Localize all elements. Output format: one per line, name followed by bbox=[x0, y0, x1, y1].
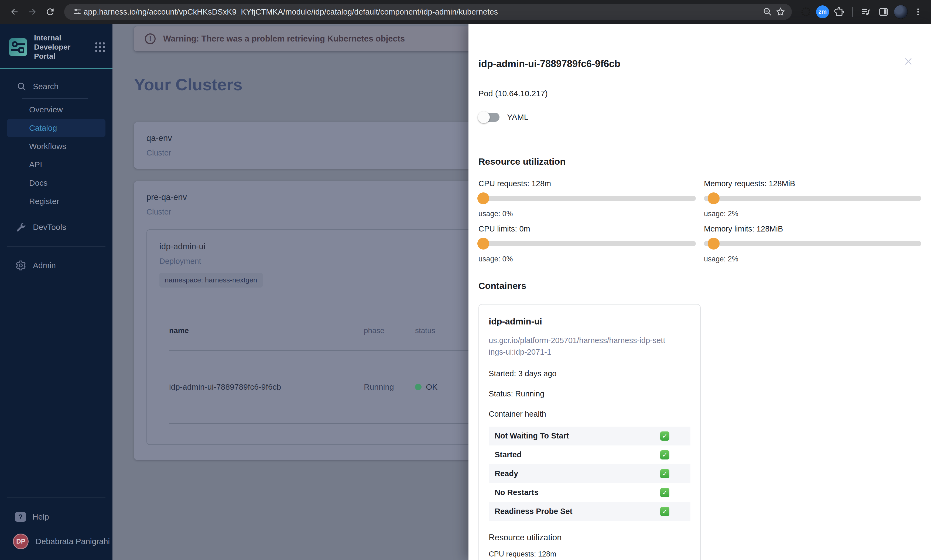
check-label: Ready bbox=[495, 469, 660, 478]
sidebar-item-label: Overview bbox=[29, 105, 63, 114]
deployment-card: idp-admin-ui Deployment namespace: harne… bbox=[146, 229, 469, 445]
user-name: Debabrata Panigrahi bbox=[35, 537, 110, 546]
media-controls-icon[interactable] bbox=[858, 4, 873, 19]
bookmark-star-icon[interactable] bbox=[774, 5, 787, 18]
cluster-card-qa-env[interactable]: qa-env Cluster bbox=[134, 122, 469, 169]
sidebar-item-search[interactable]: Search bbox=[16, 81, 113, 92]
zoom-out-icon[interactable] bbox=[761, 5, 774, 18]
bar-label: CPU requests: 128m bbox=[489, 550, 691, 558]
meter-label: Memory requests: 128MiB bbox=[704, 179, 921, 188]
container-started: Started: 3 days ago bbox=[489, 369, 691, 378]
sidebar-item-label: Docs bbox=[29, 178, 48, 188]
pod-subtitle: Pod (10.64.10.217) bbox=[478, 89, 920, 98]
check-ok-icon: ✓ bbox=[660, 488, 669, 497]
forward-icon[interactable] bbox=[25, 4, 40, 19]
health-check-row: Readiness Probe Set ✓ bbox=[489, 502, 691, 521]
reload-icon[interactable] bbox=[43, 4, 58, 19]
meter-memory-limits: Memory limits: 128MiB usage: 2% bbox=[704, 225, 921, 263]
meter-usage: usage: 0% bbox=[478, 210, 696, 218]
sidebar-item-devtools[interactable]: DevTools bbox=[0, 217, 113, 237]
back-icon[interactable] bbox=[7, 4, 22, 19]
column-header-name[interactable]: name bbox=[169, 326, 364, 335]
health-check-row: Not Waiting To Start ✓ bbox=[489, 426, 691, 445]
extension-spinner-icon[interactable] bbox=[798, 4, 814, 19]
warning-icon: ! bbox=[145, 34, 156, 44]
sidebar-item-docs[interactable]: Docs bbox=[0, 174, 113, 192]
slider-knob bbox=[477, 192, 489, 204]
brand-title: Internal Developer Portal bbox=[34, 34, 88, 61]
sidebar-item-label: DevTools bbox=[33, 223, 66, 232]
sidebar-item-overview[interactable]: Overview bbox=[0, 100, 113, 119]
sidebar-divider bbox=[7, 497, 105, 498]
cluster-name: pre-qa-env bbox=[146, 192, 469, 202]
browser-profile-avatar[interactable] bbox=[894, 5, 908, 19]
apps-grid-icon[interactable] bbox=[95, 42, 105, 52]
check-ok-icon: ✓ bbox=[660, 450, 669, 460]
namespace-chip: namespace: harness-nextgen bbox=[159, 273, 263, 288]
screen: app.harness.io/ng/account/vpCkHKsDSxK9_K… bbox=[0, 0, 931, 560]
browser-menu-kebab-icon[interactable] bbox=[911, 4, 926, 19]
meter-slider bbox=[704, 192, 921, 205]
column-header-phase[interactable]: phase bbox=[364, 326, 415, 335]
sidebar-divider bbox=[7, 246, 105, 246]
container-health-checks: Not Waiting To Start ✓ Started ✓ Ready ✓… bbox=[489, 426, 691, 521]
brand: Internal Developer Portal bbox=[9, 34, 105, 61]
zoom-extension-icon[interactable]: zm bbox=[816, 5, 829, 18]
check-label: No Restarts bbox=[495, 488, 660, 497]
meter-usage: usage: 2% bbox=[704, 255, 921, 263]
sidebar-item-label: Admin bbox=[33, 261, 56, 270]
slider-knob bbox=[708, 192, 720, 204]
cluster-card-pre-qa-env[interactable]: pre-qa-env Cluster idp-admin-ui Deployme… bbox=[134, 181, 469, 460]
meter-cpu-limits: CPU limits: 0m usage: 0% bbox=[478, 225, 696, 263]
meter-usage: usage: 2% bbox=[704, 210, 921, 218]
container-name: idp-admin-ui bbox=[489, 316, 691, 327]
site-settings-icon[interactable] bbox=[71, 5, 83, 18]
check-ok-icon: ✓ bbox=[660, 507, 669, 516]
meter-usage: usage: 0% bbox=[478, 255, 696, 263]
meter-slider bbox=[478, 237, 696, 250]
toolbar-divider bbox=[852, 7, 853, 17]
health-check-row: Started ✓ bbox=[489, 445, 691, 464]
sidebar-item-help[interactable]: ? Help bbox=[0, 507, 113, 526]
health-check-row: Ready ✓ bbox=[489, 464, 691, 483]
sidebar-item-workflows[interactable]: Workflows bbox=[0, 137, 113, 155]
meter-label: CPU requests: 128m bbox=[478, 179, 696, 188]
warning-banner[interactable]: ! Warning: There was a problem retrievin… bbox=[134, 26, 469, 51]
table-row[interactable]: idp-admin-ui-7889789fc6-9f6cb Running OK bbox=[169, 351, 469, 423]
sidebar-item-label: API bbox=[29, 160, 42, 169]
meter-label: Memory limits: 128MiB bbox=[704, 225, 921, 233]
sidebar-user[interactable]: DP Debabrata Panigrahi bbox=[0, 526, 113, 560]
table-header: name phase status bbox=[169, 320, 469, 350]
column-header-status[interactable]: status bbox=[415, 326, 469, 335]
yaml-toggle[interactable] bbox=[478, 113, 499, 122]
table-divider bbox=[169, 423, 469, 424]
pods-table: name phase status idp-admin-ui-7889789fc… bbox=[159, 320, 469, 424]
user-avatar[interactable]: DP bbox=[13, 534, 29, 549]
sidebar-item-register[interactable]: Register bbox=[0, 192, 113, 211]
browser-toolbar: app.harness.io/ng/account/vpCkHKsDSxK9_K… bbox=[0, 0, 931, 24]
resource-utilization-heading: Resource utilization bbox=[478, 156, 920, 167]
sidebar-item-label: Workflows bbox=[29, 142, 66, 151]
resource-meters: CPU requests: 128m usage: 0% Memory requ… bbox=[478, 179, 920, 263]
side-panel-icon[interactable] bbox=[876, 4, 891, 19]
extensions-puzzle-icon[interactable] bbox=[832, 4, 847, 19]
sidebar-accent-rule bbox=[0, 68, 113, 69]
sidebar-divider bbox=[22, 214, 88, 214]
meter-label: CPU limits: 0m bbox=[478, 225, 696, 233]
container-image-link[interactable]: us.gcr.io/platform-205701/harness/harnes… bbox=[489, 335, 667, 358]
close-icon[interactable] bbox=[902, 55, 914, 68]
address-bar[interactable]: app.harness.io/ng/account/vpCkHKsDSxK9_K… bbox=[64, 4, 792, 20]
sidebar-divider bbox=[22, 98, 88, 99]
sidebar-item-label: Help bbox=[32, 512, 49, 522]
check-ok-icon: ✓ bbox=[660, 469, 669, 478]
sidebar-item-api[interactable]: API bbox=[0, 155, 113, 174]
sidebar-item-catalog[interactable]: Catalog bbox=[7, 119, 105, 137]
search-icon bbox=[16, 81, 27, 92]
cluster-name: qa-env bbox=[146, 134, 469, 143]
url-text[interactable]: app.harness.io/ng/account/vpCkHKsDSxK9_K… bbox=[83, 8, 761, 17]
pod-details-drawer: idp-admin-ui-7889789fc6-9f6cb Pod (10.64… bbox=[469, 24, 931, 560]
check-ok-icon: ✓ bbox=[660, 431, 669, 441]
wrench-icon bbox=[15, 222, 26, 233]
sidebar-item-admin[interactable]: Admin bbox=[0, 256, 113, 275]
pod-name-cell[interactable]: idp-admin-ui-7889789fc6-9f6cb bbox=[169, 382, 364, 392]
